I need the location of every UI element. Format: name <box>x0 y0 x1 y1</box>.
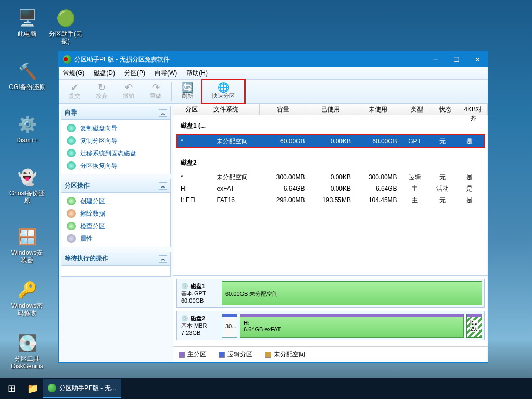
wizard-group: 向导︽ 复制磁盘向导 复制分区向导 迁移系统到固态磁盘 分区恢复向导 <box>61 106 171 174</box>
ops-group-title: 分区操作 <box>65 181 90 190</box>
quick-partition-button[interactable]: 🌐快速分区 <box>202 80 244 103</box>
wizard-group-title: 向导 <box>65 108 77 117</box>
toolbar: ✔提交 ↻放弃 ↶撤销 ↷重做 🔄刷新 🌐快速分区 <box>59 80 488 104</box>
redo-button[interactable]: ↷重做 <box>142 80 169 103</box>
partition-block[interactable]: H:6.64GB exFAT <box>240 314 464 338</box>
app-icon <box>48 384 56 392</box>
menu-wizard[interactable]: 向导(W) <box>155 69 177 78</box>
wizard-migrate-ssd[interactable]: 迁移系统到固态磁盘 <box>61 147 170 159</box>
hammer-icon: 🔨 <box>16 59 39 82</box>
op-wipe-data[interactable]: 擦除数据 <box>61 207 170 220</box>
col-status[interactable]: 状态 <box>432 104 459 115</box>
col-filesystem[interactable]: 文件系统 <box>210 104 260 115</box>
shield-icon <box>67 124 76 132</box>
check-icon: ✔ <box>71 83 79 92</box>
disk-map-area: 💿磁盘1 基本 GPT 60.00GB 60.00GB 未分配空间 💿磁盘2 基… <box>173 276 488 346</box>
col-capacity[interactable]: 容量 <box>260 104 307 115</box>
legend-logical: 逻辑分区 <box>219 350 252 359</box>
disk-map-2[interactable]: 💿磁盘2 基本 MBR 7.23GB 30... H:6.64GB exFAT … <box>176 311 485 340</box>
partition-block[interactable]: 60.00GB 未分配空间 <box>222 281 482 305</box>
partition-row[interactable]: H:exFAT6.64GB0.00KB6.64GB主活动是 <box>178 183 484 194</box>
ops-group: 分区操作︽ 创建分区 擦除数据 检查分区 属性 <box>61 179 171 247</box>
legend: 主分区 逻辑分区 未分配空间 <box>173 346 488 362</box>
partition-block[interactable]: I:...29... <box>466 314 482 338</box>
op-properties[interactable]: 属性 <box>61 232 170 245</box>
key-icon: 🔑 <box>16 278 39 301</box>
disk-list: 磁盘1 (... *未分配空间60.00GB0.00KB60.00GBGPT无是… <box>173 115 488 276</box>
partition-row[interactable]: *未分配空间60.00GB0.00KB60.00GBGPT无是 <box>178 135 484 147</box>
desktop-icon-dism[interactable]: ⚙️Dism++ <box>8 113 46 144</box>
column-header: 分区 文件系统 容量 已使用 未使用 类型 状态 4KB对齐 <box>173 104 488 115</box>
minimize-button[interactable]: ─ <box>425 52 446 67</box>
menubar: 常规(G) 磁盘(D) 分区(P) 向导(W) 帮助(H) <box>59 67 488 80</box>
taskbar-app[interactable]: 分区助手PE版 - 无... <box>43 379 121 398</box>
disk-map-1[interactable]: 💿磁盘1 基本 GPT 60.00GB 60.00GB 未分配空间 <box>176 279 485 308</box>
discard-button[interactable]: ↻放弃 <box>88 80 115 103</box>
partition-row[interactable]: *未分配空间300.00MB0.00KB300.00MB逻辑无是 <box>178 171 484 183</box>
titlebar[interactable]: 分区助手PE版 - 无损分区免费软件 ─ ☐ ✕ <box>59 52 488 67</box>
desktop-icon-diskgenius[interactable]: 💽分区工具DiskGenius <box>8 331 46 370</box>
menu-partition[interactable]: 分区(P) <box>124 69 145 78</box>
selection-highlight: *未分配空间60.00GB0.00KB60.00GBGPT无是 <box>176 134 485 148</box>
disk2-title: 磁盘2 <box>173 152 488 171</box>
erase-icon <box>67 209 76 218</box>
desktop-icon-winpwd[interactable]: 🔑Windows密码修改 <box>8 278 46 317</box>
desktop-icon-partition[interactable]: 🟢分区助手(无损) <box>47 6 84 45</box>
legend-unallocated: 未分配空间 <box>265 350 305 359</box>
wizard-copy-disk[interactable]: 复制磁盘向导 <box>61 122 170 134</box>
partition-icon: 🟢 <box>54 6 77 29</box>
op-create-partition[interactable]: 创建分区 <box>61 195 170 207</box>
commit-button[interactable]: ✔提交 <box>61 80 88 103</box>
col-partition[interactable]: 分区 <box>173 104 210 115</box>
quick-partition-highlight: 🌐快速分区 <box>201 79 246 105</box>
disk-info: 💿磁盘1 基本 GPT 60.00GB <box>179 281 222 305</box>
check-icon <box>67 222 76 230</box>
partition-row[interactable]: I: EFIFAT16298.00MB193.55MB104.45MB主无是 <box>178 194 484 206</box>
toolbar-divider <box>171 82 172 101</box>
undo-button[interactable]: ↶撤销 <box>115 80 142 103</box>
globe-icon: 🌐 <box>218 83 229 92</box>
collapse-icon[interactable]: ︽ <box>159 109 167 117</box>
wizard-copy-partition[interactable]: 复制分区向导 <box>61 134 170 147</box>
col-type[interactable]: 类型 <box>402 104 432 115</box>
disk-icon: 💿 <box>181 282 188 290</box>
taskbar: ⊞ 📁 分区助手PE版 - 无... <box>0 378 532 399</box>
start-button[interactable]: ⊞ <box>0 378 23 399</box>
desktop-icon-ghost[interactable]: 👻Ghost备份还原 <box>8 166 46 204</box>
partition-block[interactable]: 30... <box>222 314 237 338</box>
windows-icon: 🪟 <box>16 225 39 248</box>
desktop-icon-cgi[interactable]: 🔨CGI备份还原 <box>8 59 46 91</box>
app-icon <box>63 55 71 64</box>
pending-group: 等待执行的操作︽ <box>61 252 171 277</box>
menu-disk[interactable]: 磁盘(D) <box>94 69 115 78</box>
shield-icon <box>67 136 76 145</box>
close-button[interactable]: ✕ <box>467 52 488 67</box>
op-check-partition[interactable]: 检查分区 <box>61 220 170 232</box>
wizard-recover-partition[interactable]: 分区恢复向导 <box>61 159 170 172</box>
desktop-icon-wininstall[interactable]: 🪟Windows安装器 <box>8 225 46 264</box>
collapse-icon[interactable]: ︽ <box>159 255 167 263</box>
menu-help[interactable]: 帮助(H) <box>186 69 208 78</box>
menu-general[interactable]: 常规(G) <box>63 69 84 78</box>
app-window: 分区助手PE版 - 无损分区免费软件 ─ ☐ ✕ 常规(G) 磁盘(D) 分区(… <box>58 51 488 363</box>
plus-icon <box>67 197 76 205</box>
shield-icon <box>67 149 76 157</box>
monitor-icon: 🖥️ <box>16 6 39 29</box>
disk1-title: 磁盘1 (... <box>173 115 488 134</box>
collapse-icon[interactable]: ︽ <box>159 182 167 190</box>
refresh-button[interactable]: 🔄刷新 <box>174 80 201 103</box>
col-used[interactable]: 已使用 <box>307 104 354 115</box>
redo-icon: ↷ <box>152 83 160 92</box>
disk-icon: 💽 <box>16 331 39 354</box>
file-explorer-button[interactable]: 📁 <box>23 378 43 399</box>
disk-icon: 💿 <box>181 315 188 322</box>
ghost-icon: 👻 <box>16 166 39 189</box>
maximize-button[interactable]: ☐ <box>446 52 467 67</box>
disk-info: 💿磁盘2 基本 MBR 7.23GB <box>179 314 222 338</box>
col-unused[interactable]: 未使用 <box>354 104 402 115</box>
right-panel: 分区 文件系统 容量 已使用 未使用 类型 状态 4KB对齐 磁盘1 (... … <box>173 104 488 362</box>
desktop-icon-this-pc[interactable]: 🖥️此电脑 <box>8 6 46 38</box>
col-4kb[interactable]: 4KB对齐 <box>459 104 488 115</box>
gear-icon: ⚙️ <box>16 113 39 135</box>
window-title: 分区助手PE版 - 无损分区免费软件 <box>74 55 170 64</box>
